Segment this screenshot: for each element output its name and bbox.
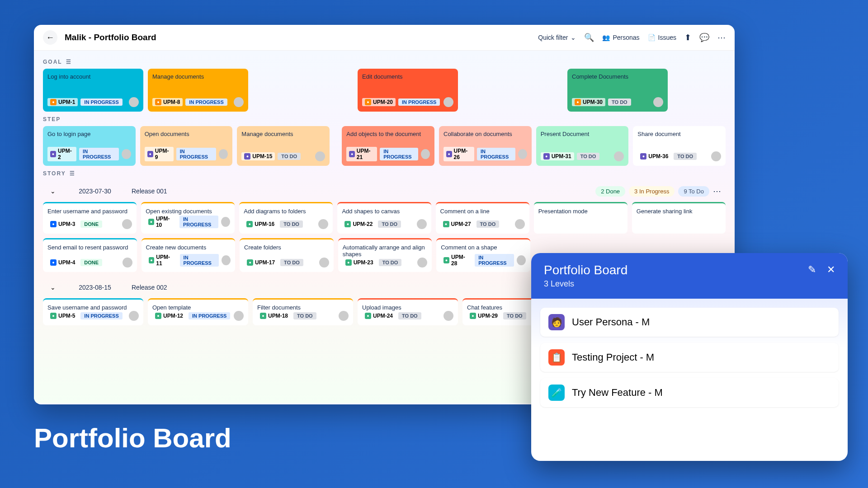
- story-card[interactable]: Send email to resent password●UPM-4DONE: [43, 238, 137, 272]
- assignee-avatar[interactable]: [122, 149, 131, 159]
- story-card[interactable]: Presentation mode: [534, 202, 627, 234]
- issue-key[interactable]: ●UPM-12: [152, 312, 186, 320]
- story-card[interactable]: Automatically arrange and align shapes●U…: [338, 238, 432, 272]
- release-collapse-toggle[interactable]: ⌄: [47, 282, 58, 293]
- issue-key[interactable]: ●UPM-8: [152, 98, 183, 106]
- back-button[interactable]: ←: [43, 30, 57, 45]
- story-card[interactable]: Generate sharing link: [632, 202, 726, 234]
- assignee-avatar[interactable]: [122, 219, 132, 229]
- panel-item[interactable]: 📋Testing Project - M: [540, 343, 839, 372]
- issue-key[interactable]: ●UPM-1: [47, 98, 78, 106]
- issue-key[interactable]: ●UPM-31: [541, 152, 574, 160]
- assignee-avatar[interactable]: [518, 149, 527, 159]
- issue-key[interactable]: ●UPM-28: [441, 253, 472, 267]
- goal-card[interactable]: Log into account●UPM-1IN PROGRESS: [43, 69, 143, 112]
- story-card[interactable]: Open template●UPM-12IN PROGRESS: [148, 298, 248, 325]
- assignee-avatar[interactable]: [234, 311, 244, 321]
- issue-key[interactable]: ●UPM-21: [346, 147, 377, 161]
- issue-key[interactable]: ●UPM-2: [47, 147, 76, 161]
- assignee-avatar[interactable]: [129, 311, 139, 321]
- goal-card[interactable]: Complete Documents●UPM-30TO DO: [567, 69, 668, 112]
- issue-key[interactable]: ●UPM-36: [637, 152, 671, 160]
- issue-key[interactable]: ●UPM-4: [47, 258, 78, 267]
- story-card[interactable]: Enter username and password●UPM-3DONE: [43, 202, 137, 234]
- issue-key[interactable]: ●UPM-11: [146, 253, 177, 267]
- issue-key[interactable]: ●UPM-24: [362, 312, 396, 320]
- issue-key[interactable]: ●UPM-23: [343, 258, 376, 267]
- share-icon[interactable]: ⬆: [684, 33, 691, 42]
- issue-key[interactable]: ●UPM-3: [47, 220, 78, 228]
- issue-key[interactable]: ●UPM-15: [241, 152, 275, 160]
- story-card[interactable]: Open existing documents●UPM-10IN PROGRES…: [141, 202, 235, 234]
- step-card[interactable]: Add objects to the document●UPM-21IN PRO…: [342, 126, 434, 166]
- story-card[interactable]: Add shapes to canvas●UPM-22TO DO: [337, 202, 431, 234]
- release-collapse-toggle[interactable]: ⌄: [47, 186, 58, 197]
- issue-key[interactable]: ●UPM-18: [257, 312, 291, 320]
- status-badge: DONE: [80, 259, 102, 266]
- edit-icon[interactable]: ✎: [808, 264, 816, 276]
- assignee-avatar[interactable]: [711, 151, 721, 161]
- story-card[interactable]: Create new documents●UPM-11IN PROGRESS: [142, 238, 236, 272]
- more-icon[interactable]: ⋯: [717, 33, 726, 42]
- step-card[interactable]: Open documents●UPM-9IN PROGRESS: [140, 126, 233, 166]
- issue-key[interactable]: ●UPM-16: [244, 220, 277, 228]
- assignee-avatar[interactable]: [318, 219, 328, 229]
- filter-icon[interactable]: ☰: [66, 59, 72, 65]
- assignee-avatar[interactable]: [123, 258, 132, 267]
- goal-card[interactable]: Manage documents●UPM-8IN PROGRESS: [148, 69, 248, 112]
- story-card[interactable]: Add diagrams to folders●UPM-16TO DO: [239, 202, 333, 234]
- assignee-avatar[interactable]: [417, 219, 427, 229]
- issue-key[interactable]: ●UPM-26: [443, 147, 474, 161]
- issue-key[interactable]: ●UPM-27: [440, 220, 474, 228]
- issue-key[interactable]: ●UPM-22: [342, 220, 375, 228]
- assignee-avatar[interactable]: [443, 311, 453, 321]
- release-more-icon[interactable]: ⋯: [713, 186, 721, 196]
- assignee-avatar[interactable]: [517, 255, 526, 265]
- assignee-avatar[interactable]: [221, 217, 230, 227]
- card-title: Add objects to the document: [346, 131, 430, 137]
- step-card[interactable]: Collaborate on documents●UPM-26IN PROGRE…: [439, 126, 532, 166]
- personas-button[interactable]: 👥Personas: [602, 34, 639, 41]
- story-card[interactable]: Upload images●UPM-24TO DO: [358, 298, 458, 325]
- assignee-avatar[interactable]: [319, 258, 329, 267]
- assignee-avatar[interactable]: [614, 151, 624, 161]
- assignee-avatar[interactable]: [443, 97, 453, 107]
- step-card[interactable]: Share document●UPM-36TO DO: [633, 126, 726, 166]
- assignee-avatar[interactable]: [421, 149, 430, 159]
- issue-key[interactable]: ●UPM-10: [146, 215, 177, 229]
- step-card[interactable]: Go to login page●UPM-2IN PROGRESS: [43, 126, 136, 166]
- assignee-avatar[interactable]: [515, 219, 525, 229]
- goal-card[interactable]: Edit documents●UPM-20IN PROGRESS: [358, 69, 458, 112]
- search-icon[interactable]: 🔍: [584, 33, 594, 42]
- story-card[interactable]: Comment on a line●UPM-27TO DO: [436, 202, 529, 234]
- issue-key[interactable]: ●UPM-5: [47, 312, 78, 320]
- issue-key[interactable]: ●UPM-17: [244, 258, 278, 267]
- issue-key[interactable]: ●UPM-9: [145, 147, 174, 161]
- assignee-avatar[interactable]: [129, 97, 139, 107]
- panel-item[interactable]: 🧪Try New Feature - M: [540, 378, 839, 407]
- assignee-avatar[interactable]: [653, 97, 663, 107]
- issue-type-icon: ●: [345, 259, 352, 266]
- issues-button[interactable]: 📄Issues: [648, 34, 676, 41]
- assignee-avatar[interactable]: [339, 311, 349, 321]
- assignee-avatar[interactable]: [315, 151, 325, 161]
- issue-key[interactable]: ●UPM-20: [362, 98, 396, 106]
- story-card[interactable]: Create folders●UPM-17TO DO: [240, 238, 334, 272]
- story-card[interactable]: Save username and password●UPM-5IN PROGR…: [43, 298, 143, 325]
- step-card[interactable]: Present Document●UPM-31TO DO: [536, 126, 629, 166]
- story-card[interactable]: Comment on a shape●UPM-28IN PROGRESS: [436, 238, 530, 272]
- story-card[interactable]: Filter documents●UPM-18TO DO: [253, 298, 353, 325]
- issue-key[interactable]: ●UPM-30: [572, 98, 605, 106]
- panel-item[interactable]: 🧑User Persona - M: [540, 308, 839, 337]
- filter-icon[interactable]: ☰: [70, 170, 75, 177]
- assignee-avatar[interactable]: [417, 258, 427, 267]
- quick-filter-dropdown[interactable]: Quick filter ⌄: [538, 34, 576, 41]
- close-icon[interactable]: ✕: [827, 264, 835, 276]
- assignee-avatar[interactable]: [219, 149, 228, 159]
- card-footer: ●UPM-16TO DO: [244, 219, 328, 229]
- assignee-avatar[interactable]: [234, 97, 244, 107]
- assignee-avatar[interactable]: [222, 255, 231, 265]
- comment-icon[interactable]: 💬: [699, 33, 709, 42]
- issue-key[interactable]: ●UPM-29: [467, 312, 500, 320]
- step-card[interactable]: Manage documents●UPM-15TO DO: [237, 126, 330, 166]
